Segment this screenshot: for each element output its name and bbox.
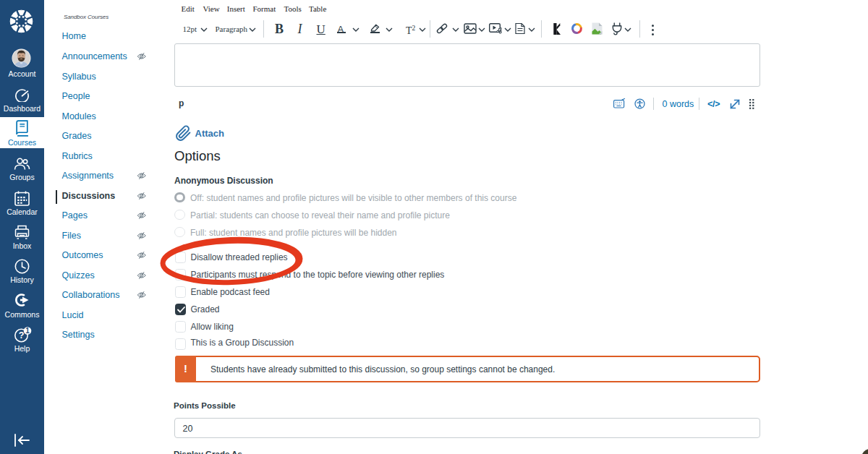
svg-text:?: ?	[19, 330, 25, 340]
svg-text:1: 1	[25, 327, 30, 335]
